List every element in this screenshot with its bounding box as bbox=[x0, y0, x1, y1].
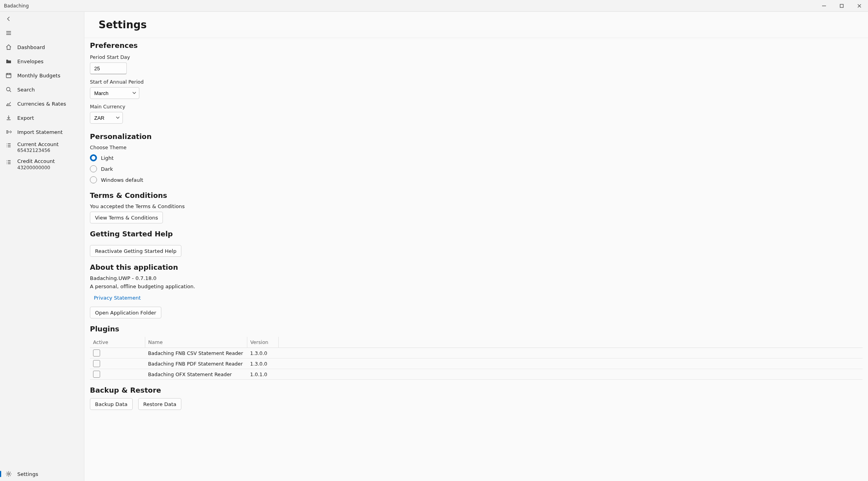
sidebar-item-label: Monthly Budgets bbox=[17, 73, 60, 79]
sidebar-item-envelopes[interactable]: Envelopes bbox=[0, 54, 84, 68]
folder-icon bbox=[5, 58, 12, 64]
sidebar-account-credit[interactable]: Credit Account 43200000000 bbox=[0, 156, 84, 173]
theme-radio-dark[interactable]: Dark bbox=[90, 165, 863, 172]
col-blank bbox=[278, 337, 863, 348]
plugin-name: Badaching FNB PDF Statement Reader bbox=[145, 358, 247, 369]
checkbox[interactable] bbox=[93, 360, 100, 367]
col-version[interactable]: Version bbox=[247, 337, 278, 348]
sidebar-item-label: Dashboard bbox=[17, 44, 45, 50]
restore-data-button[interactable]: Restore Data bbox=[138, 398, 182, 410]
theme-radio-light[interactable]: Light bbox=[90, 154, 863, 161]
table-row[interactable]: Badaching OFX Statement Reader 1.0.1.0 bbox=[90, 369, 863, 380]
plugin-version: 1.0.1.0 bbox=[247, 369, 278, 380]
about-description: A personal, offline budgeting applicatio… bbox=[90, 283, 863, 289]
sidebar: Dashboard Envelopes Monthly Budgets Sear… bbox=[0, 12, 84, 481]
section-personalization: Personalization bbox=[90, 132, 863, 141]
section-getting-started: Getting Started Help bbox=[90, 230, 863, 238]
annual-period-select[interactable] bbox=[90, 87, 139, 99]
label-main-currency: Main Currency bbox=[90, 104, 863, 110]
close-button[interactable] bbox=[850, 0, 868, 12]
sidebar-item-currencies[interactable]: Currencies & Rates bbox=[0, 97, 84, 111]
sidebar-item-search[interactable]: Search bbox=[0, 82, 84, 97]
reactivate-help-button[interactable]: Reactivate Getting Started Help bbox=[90, 245, 181, 257]
section-about: About this application bbox=[90, 263, 863, 271]
hamburger-button[interactable] bbox=[0, 26, 84, 40]
period-start-day-input[interactable] bbox=[90, 62, 127, 74]
sidebar-item-settings[interactable]: Settings bbox=[0, 467, 84, 481]
sidebar-item-label: Envelopes bbox=[17, 59, 44, 64]
label-choose-theme: Choose Theme bbox=[90, 144, 863, 150]
hamburger-icon bbox=[5, 30, 12, 36]
sidebar-item-label: Export bbox=[17, 115, 34, 121]
account-number: 43200000000 bbox=[17, 165, 55, 171]
maximize-button[interactable] bbox=[833, 0, 850, 12]
sidebar-item-import[interactable]: Import Statement bbox=[0, 125, 84, 139]
sidebar-item-monthly-budgets[interactable]: Monthly Budgets bbox=[0, 68, 84, 82]
radio-icon bbox=[90, 165, 97, 172]
checkbox[interactable] bbox=[93, 371, 100, 378]
radio-icon bbox=[90, 154, 97, 161]
table-row[interactable]: Badaching FNB PDF Statement Reader 1.3.0… bbox=[90, 358, 863, 369]
section-terms: Terms & Conditions bbox=[90, 191, 863, 199]
page-title: Settings bbox=[99, 19, 868, 31]
search-icon bbox=[5, 86, 12, 93]
svg-point-6 bbox=[8, 473, 10, 475]
scroll-area[interactable]: Preferences Period Start Day Start of An… bbox=[84, 38, 868, 481]
sidebar-item-dashboard[interactable]: Dashboard bbox=[0, 40, 84, 54]
sidebar-item-label: Currencies & Rates bbox=[17, 101, 66, 107]
window-title: Badaching bbox=[4, 3, 29, 9]
svg-rect-4 bbox=[6, 73, 11, 78]
about-version: Badaching.UWP - 0.7.18.0 bbox=[90, 275, 863, 281]
list-icon bbox=[5, 142, 12, 148]
minimize-button[interactable] bbox=[815, 0, 833, 12]
list-icon bbox=[5, 159, 12, 165]
sidebar-item-label: Settings bbox=[17, 471, 38, 477]
backup-data-button[interactable]: Backup Data bbox=[90, 398, 133, 410]
radio-label: Light bbox=[101, 155, 113, 161]
col-active[interactable]: Active bbox=[90, 337, 145, 348]
content-header: Settings bbox=[84, 12, 868, 38]
import-icon bbox=[5, 129, 12, 135]
svg-point-5 bbox=[7, 88, 10, 91]
gear-icon bbox=[5, 471, 12, 477]
account-number: 65432123456 bbox=[17, 148, 58, 154]
titlebar: Badaching bbox=[0, 0, 868, 12]
section-backup: Backup & Restore bbox=[90, 386, 863, 394]
sidebar-item-export[interactable]: Export bbox=[0, 111, 84, 125]
chart-icon bbox=[5, 101, 12, 107]
calendar-icon bbox=[5, 72, 12, 79]
checkbox[interactable] bbox=[93, 349, 100, 357]
radio-label: Windows default bbox=[101, 177, 143, 183]
main-currency-select[interactable] bbox=[90, 112, 123, 124]
svg-rect-1 bbox=[840, 4, 843, 7]
section-preferences: Preferences bbox=[90, 41, 863, 49]
view-terms-button[interactable]: View Terms & Conditions bbox=[90, 212, 163, 223]
home-icon bbox=[5, 44, 12, 50]
terms-status: You accepted the Terms & Conditions bbox=[90, 203, 863, 209]
radio-label: Dark bbox=[101, 166, 113, 172]
sidebar-item-label: Import Statement bbox=[17, 129, 63, 135]
account-name: Credit Account bbox=[17, 158, 55, 165]
plugin-name: Badaching OFX Statement Reader bbox=[145, 369, 247, 380]
back-button[interactable] bbox=[0, 12, 84, 26]
plugin-name: Badaching FNB CSV Statement Reader bbox=[145, 348, 247, 358]
sidebar-item-label: Search bbox=[17, 87, 35, 93]
section-plugins: Plugins bbox=[90, 325, 863, 333]
open-app-folder-button[interactable]: Open Application Folder bbox=[90, 307, 161, 318]
col-name[interactable]: Name bbox=[145, 337, 247, 348]
plugins-table: Active Name Version Badaching FNB CSV St… bbox=[90, 337, 863, 380]
privacy-statement-link[interactable]: Privacy Statement bbox=[90, 292, 145, 304]
window-controls bbox=[815, 0, 868, 12]
sidebar-account-current[interactable]: Current Account 65432123456 bbox=[0, 139, 84, 156]
radio-icon bbox=[90, 176, 97, 183]
main-content: Settings Preferences Period Start Day St… bbox=[84, 12, 868, 481]
arrow-left-icon bbox=[5, 16, 12, 22]
table-row[interactable]: Badaching FNB CSV Statement Reader 1.3.0… bbox=[90, 348, 863, 358]
label-period-start-day: Period Start Day bbox=[90, 54, 863, 60]
plugin-version: 1.3.0.0 bbox=[247, 348, 278, 358]
download-icon bbox=[5, 115, 12, 121]
account-name: Current Account bbox=[17, 141, 58, 148]
plugin-version: 1.3.0.0 bbox=[247, 358, 278, 369]
label-annual-period: Start of Annual Period bbox=[90, 79, 863, 85]
theme-radio-windows-default[interactable]: Windows default bbox=[90, 176, 863, 183]
